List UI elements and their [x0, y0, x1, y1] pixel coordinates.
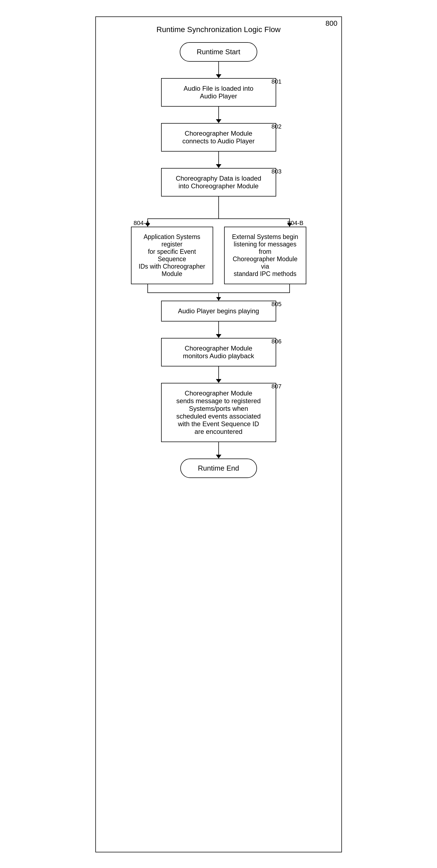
- fork-center-line: [218, 210, 219, 218]
- arrow-head-1: [216, 74, 221, 78]
- step-802-label: 802: [272, 123, 282, 130]
- step-801-text: Audio File is loaded intoAudio Player: [184, 85, 253, 100]
- arrow-6: [216, 366, 221, 383]
- diagram-title: Runtime Synchronization Logic Flow: [101, 25, 336, 34]
- step-804a-wrapper: Application Systems registerfor specific…: [131, 227, 213, 284]
- start-terminal: Runtime Start: [180, 42, 257, 62]
- step-802-wrapper: Choreographer Moduleconnects to Audio Pl…: [101, 123, 336, 152]
- step-805-box: Audio Player begins playing: [161, 301, 276, 321]
- step-807-box: Choreographer Modulesends message to reg…: [161, 383, 276, 442]
- join-arrowhead: [216, 297, 221, 301]
- step-803-label: 803: [272, 168, 282, 175]
- step-804b-label: 804-B: [287, 220, 304, 227]
- arrow-7: [216, 442, 221, 459]
- arrow-5: [216, 321, 221, 338]
- step-807-label: 807: [272, 383, 282, 390]
- arrow-head-2: [216, 119, 221, 123]
- step-803-text: Choreography Data is loadedinto Choreogr…: [176, 175, 261, 190]
- step-804b-text: External Systems beginlistening for mess…: [232, 233, 299, 277]
- arrow-line-6: [218, 366, 219, 379]
- step-804b-wrapper: External Systems beginlistening for mess…: [224, 227, 306, 284]
- end-terminal: Runtime End: [180, 459, 257, 478]
- step-802-box: Choreographer Moduleconnects to Audio Pl…: [161, 123, 276, 152]
- step-804a-box: Application Systems registerfor specific…: [131, 227, 213, 284]
- arrow-line-7: [218, 442, 219, 455]
- arrow-head-5: [216, 334, 221, 338]
- step-806-box: Choreographer Modulemonitors Audio playb…: [161, 338, 276, 366]
- fork-horizontal: [147, 218, 290, 219]
- fork-line-top: [218, 196, 219, 210]
- step-805-wrapper: Audio Player begins playing 805: [101, 301, 336, 321]
- step-803-wrapper: Choreography Data is loadedinto Choreogr…: [101, 168, 336, 196]
- arrow-2: [216, 106, 221, 123]
- arrow-line-2: [218, 106, 219, 119]
- join-right-up: [289, 284, 290, 292]
- step-803-box: Choreography Data is loadedinto Choreogr…: [161, 168, 276, 196]
- figure-number: 800: [325, 19, 337, 28]
- arrow-1: [216, 62, 221, 78]
- step-807-wrapper: Choreographer Modulesends message to reg…: [101, 383, 336, 442]
- join-left-up: [147, 284, 148, 292]
- step-801-box: Audio File is loaded intoAudio Player: [161, 78, 276, 106]
- step-801-wrapper: Audio File is loaded intoAudio Player 80…: [101, 78, 336, 106]
- arrow-head-6: [216, 379, 221, 383]
- page-container: 800 Runtime Synchronization Logic Flow R…: [0, 0, 437, 868]
- arrow-head-3: [216, 164, 221, 168]
- step-804a-label: 804-A: [134, 220, 150, 227]
- diagram-outer: 800 Runtime Synchronization Logic Flow R…: [95, 17, 342, 852]
- arrow-line-3: [218, 152, 219, 164]
- step-806-label: 806: [272, 338, 282, 345]
- step-806-wrapper: Choreographer Modulemonitors Audio playb…: [101, 338, 336, 366]
- step-804b-box: External Systems beginlistening for mess…: [224, 227, 306, 284]
- fork-visual: [128, 210, 309, 227]
- step-807-text: Choreographer Modulesends message to reg…: [176, 390, 260, 435]
- join-visual: [128, 284, 309, 301]
- branch-boxes-row: Application Systems registerfor specific…: [128, 227, 309, 284]
- step-802-text: Choreographer Moduleconnects to Audio Pl…: [182, 130, 254, 145]
- flowchart: Runtime Start Audio File is loaded intoA…: [101, 42, 336, 478]
- step-805-text: Audio Player begins playing: [178, 307, 259, 315]
- arrow-3: [216, 152, 221, 168]
- step-801-label: 801: [272, 78, 282, 85]
- arrow-head-7: [216, 455, 221, 459]
- step-805-label: 805: [272, 301, 282, 308]
- arrow-line-5: [218, 321, 219, 334]
- step-804a-text: Application Systems registerfor specific…: [138, 233, 205, 277]
- arrow-line-1: [218, 62, 219, 74]
- step-806-text: Choreographer Modulemonitors Audio playb…: [183, 344, 254, 360]
